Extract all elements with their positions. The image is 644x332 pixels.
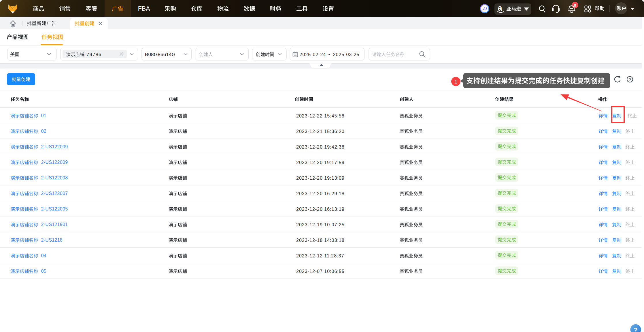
svg-text:2-US122008: 2-US122008	[41, 175, 68, 180]
svg-text:2023-12-21 15:36:20: 2023-12-21 15:36:20	[296, 129, 345, 134]
svg-text:04: 04	[41, 253, 46, 258]
svg-text:2023-12-18 14:03:18: 2023-12-18 14:03:18	[296, 238, 345, 243]
svg-text:2-US122009: 2-US122009	[41, 144, 68, 149]
svg-text:02: 02	[41, 129, 46, 134]
svg-text:2023-12-20 19:17:59: 2023-12-20 19:17:59	[296, 160, 345, 165]
svg-text:?: ?	[634, 327, 638, 332]
svg-text:?: ?	[629, 77, 631, 82]
svg-text:2-US1218: 2-US1218	[41, 238, 63, 242]
svg-text:2023-12-07 10:06:55: 2023-12-07 10:06:55	[296, 269, 345, 274]
svg-text:2-US121901: 2-US121901	[41, 222, 68, 227]
svg-text:01: 01	[41, 113, 46, 118]
svg-text:2023-12-19 10:07:25: 2023-12-19 10:07:25	[296, 222, 345, 227]
svg-text:2023-12-20 19:13:09: 2023-12-20 19:13:09	[296, 176, 345, 181]
svg-text:2023-12-12 11:28:37: 2023-12-12 11:28:37	[296, 253, 344, 258]
svg-text:05: 05	[41, 269, 46, 274]
svg-text:2023-12-22 15:45:58: 2023-12-22 15:45:58	[296, 113, 345, 118]
svg-text:2-US122005: 2-US122005	[41, 206, 68, 211]
svg-text:2-US122009: 2-US122009	[41, 160, 68, 165]
svg-text:2023-12-20 16:29:18: 2023-12-20 16:29:18	[296, 191, 345, 196]
svg-text:2023-12-20 16:13:19: 2023-12-20 16:13:19	[296, 207, 345, 212]
svg-text:2-US122007: 2-US122007	[41, 191, 68, 196]
svg-text:2023-12-20 19:42:38: 2023-12-20 19:42:38	[296, 145, 345, 149]
